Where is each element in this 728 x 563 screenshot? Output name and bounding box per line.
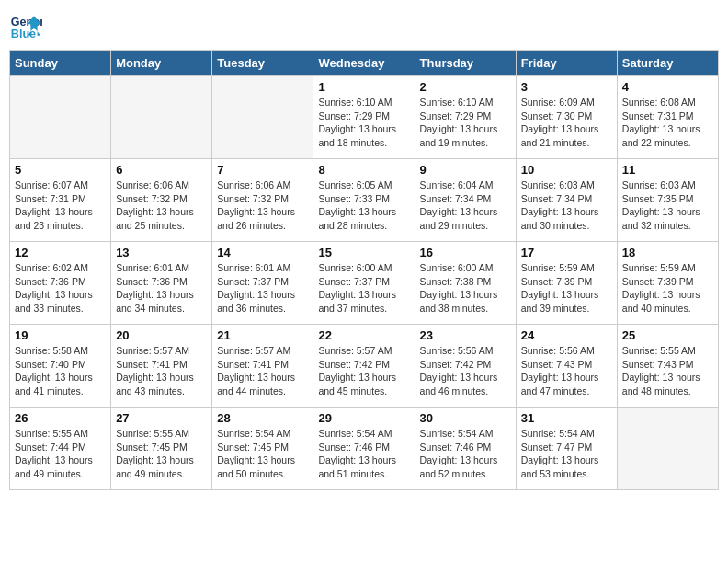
day-info: Sunrise: 5:59 AMSunset: 7:39 PMDaylight:… — [622, 261, 713, 316]
day-info: Sunrise: 6:10 AMSunset: 7:29 PMDaylight:… — [318, 96, 409, 150]
day-info: Sunrise: 6:02 AMSunset: 7:36 PMDaylight:… — [15, 261, 106, 316]
day-info: Sunrise: 5:55 AMSunset: 7:45 PMDaylight:… — [116, 427, 207, 481]
day-number: 25 — [622, 328, 713, 342]
day-info: Sunrise: 6:03 AMSunset: 7:34 PMDaylight:… — [521, 178, 612, 233]
calendar-cell: 12Sunrise: 6:02 AMSunset: 7:36 PMDayligh… — [10, 242, 111, 325]
day-info: Sunrise: 6:04 AMSunset: 7:34 PMDaylight:… — [420, 178, 511, 233]
day-number: 31 — [521, 411, 612, 425]
day-info: Sunrise: 5:55 AMSunset: 7:44 PMDaylight:… — [15, 427, 106, 481]
day-number: 24 — [521, 328, 612, 342]
calendar-cell: 20Sunrise: 5:57 AMSunset: 7:41 PMDayligh… — [111, 325, 212, 408]
day-number: 21 — [217, 328, 308, 342]
day-number: 26 — [15, 411, 106, 425]
calendar-cell: 4Sunrise: 6:08 AMSunset: 7:31 PMDaylight… — [617, 76, 718, 159]
day-number: 16 — [420, 246, 511, 259]
calendar-cell: 7Sunrise: 6:06 AMSunset: 7:32 PMDaylight… — [212, 159, 313, 242]
calendar-cell: 23Sunrise: 5:56 AMSunset: 7:42 PMDayligh… — [415, 325, 516, 408]
day-info: Sunrise: 5:54 AMSunset: 7:45 PMDaylight:… — [217, 427, 308, 481]
calendar-cell: 18Sunrise: 5:59 AMSunset: 7:39 PMDayligh… — [617, 242, 718, 325]
day-number: 22 — [318, 328, 409, 342]
day-info: Sunrise: 5:54 AMSunset: 7:46 PMDaylight:… — [318, 427, 409, 481]
calendar-cell — [212, 76, 313, 159]
day-number: 13 — [116, 246, 207, 259]
day-number: 7 — [217, 163, 308, 177]
day-number: 17 — [521, 246, 612, 259]
day-number: 14 — [217, 246, 308, 259]
page-header: General Blue — [9, 9, 719, 42]
day-info: Sunrise: 6:10 AMSunset: 7:29 PMDaylight:… — [420, 96, 511, 150]
day-info: Sunrise: 5:54 AMSunset: 7:47 PMDaylight:… — [521, 427, 612, 481]
day-info: Sunrise: 5:58 AMSunset: 7:40 PMDaylight:… — [15, 344, 106, 398]
day-number: 2 — [420, 80, 511, 94]
week-row-1: 1Sunrise: 6:10 AMSunset: 7:29 PMDaylight… — [10, 76, 719, 159]
calendar-cell: 17Sunrise: 5:59 AMSunset: 7:39 PMDayligh… — [516, 242, 617, 325]
day-number: 3 — [521, 80, 612, 94]
day-number: 12 — [15, 246, 106, 259]
calendar-cell: 30Sunrise: 5:54 AMSunset: 7:46 PMDayligh… — [415, 408, 516, 490]
calendar-cell: 3Sunrise: 6:09 AMSunset: 7:30 PMDaylight… — [516, 76, 617, 159]
calendar-table: SundayMondayTuesdayWednesdayThursdayFrid… — [9, 50, 719, 490]
day-number: 28 — [217, 411, 308, 425]
day-info: Sunrise: 5:57 AMSunset: 7:42 PMDaylight:… — [318, 344, 409, 398]
weekday-header-sunday: Sunday — [10, 51, 111, 76]
calendar-cell: 19Sunrise: 5:58 AMSunset: 7:40 PMDayligh… — [10, 325, 111, 408]
day-info: Sunrise: 5:59 AMSunset: 7:39 PMDaylight:… — [521, 261, 612, 316]
day-number: 23 — [420, 328, 511, 342]
calendar-cell: 5Sunrise: 6:07 AMSunset: 7:31 PMDaylight… — [10, 159, 111, 242]
day-info: Sunrise: 6:03 AMSunset: 7:35 PMDaylight:… — [622, 178, 713, 233]
day-number: 11 — [622, 163, 713, 177]
day-number: 9 — [420, 163, 511, 177]
calendar-cell: 14Sunrise: 6:01 AMSunset: 7:37 PMDayligh… — [212, 242, 313, 325]
day-info: Sunrise: 6:06 AMSunset: 7:32 PMDaylight:… — [116, 178, 207, 233]
calendar-cell: 24Sunrise: 5:56 AMSunset: 7:43 PMDayligh… — [516, 325, 617, 408]
day-number: 8 — [318, 163, 409, 177]
calendar-cell: 26Sunrise: 5:55 AMSunset: 7:44 PMDayligh… — [10, 408, 111, 490]
day-info: Sunrise: 6:00 AMSunset: 7:37 PMDaylight:… — [318, 261, 409, 316]
logo-icon: General Blue — [9, 9, 42, 42]
day-info: Sunrise: 6:00 AMSunset: 7:38 PMDaylight:… — [420, 261, 511, 316]
week-row-5: 26Sunrise: 5:55 AMSunset: 7:44 PMDayligh… — [10, 408, 719, 490]
day-number: 30 — [420, 411, 511, 425]
day-number: 18 — [622, 246, 713, 259]
week-row-3: 12Sunrise: 6:02 AMSunset: 7:36 PMDayligh… — [10, 242, 719, 325]
calendar-cell: 1Sunrise: 6:10 AMSunset: 7:29 PMDaylight… — [313, 76, 415, 159]
calendar-cell: 13Sunrise: 6:01 AMSunset: 7:36 PMDayligh… — [111, 242, 212, 325]
calendar-cell: 8Sunrise: 6:05 AMSunset: 7:33 PMDaylight… — [313, 159, 415, 242]
day-info: Sunrise: 5:56 AMSunset: 7:42 PMDaylight:… — [420, 344, 511, 398]
day-info: Sunrise: 5:57 AMSunset: 7:41 PMDaylight:… — [217, 344, 308, 398]
day-number: 1 — [318, 80, 409, 94]
calendar-cell: 27Sunrise: 5:55 AMSunset: 7:45 PMDayligh… — [111, 408, 212, 490]
day-info: Sunrise: 6:06 AMSunset: 7:32 PMDaylight:… — [217, 178, 308, 233]
calendar-cell: 16Sunrise: 6:00 AMSunset: 7:38 PMDayligh… — [415, 242, 516, 325]
day-info: Sunrise: 5:54 AMSunset: 7:46 PMDaylight:… — [420, 427, 511, 481]
day-number: 10 — [521, 163, 612, 177]
calendar-cell: 22Sunrise: 5:57 AMSunset: 7:42 PMDayligh… — [313, 325, 415, 408]
weekday-header-wednesday: Wednesday — [313, 51, 415, 76]
day-number: 29 — [318, 411, 409, 425]
calendar-cell — [111, 76, 212, 159]
calendar-cell: 28Sunrise: 5:54 AMSunset: 7:45 PMDayligh… — [212, 408, 313, 490]
calendar-cell: 29Sunrise: 5:54 AMSunset: 7:46 PMDayligh… — [313, 408, 415, 490]
day-info: Sunrise: 5:57 AMSunset: 7:41 PMDaylight:… — [116, 344, 207, 398]
week-row-2: 5Sunrise: 6:07 AMSunset: 7:31 PMDaylight… — [10, 159, 719, 242]
day-number: 4 — [622, 80, 713, 94]
day-number: 5 — [15, 163, 106, 177]
day-number: 6 — [116, 163, 207, 177]
weekday-header-friday: Friday — [516, 51, 617, 76]
day-info: Sunrise: 6:01 AMSunset: 7:37 PMDaylight:… — [217, 261, 308, 316]
calendar-cell — [617, 408, 718, 490]
day-number: 20 — [116, 328, 207, 342]
calendar-cell: 21Sunrise: 5:57 AMSunset: 7:41 PMDayligh… — [212, 325, 313, 408]
day-info: Sunrise: 6:09 AMSunset: 7:30 PMDaylight:… — [521, 96, 612, 150]
day-info: Sunrise: 6:05 AMSunset: 7:33 PMDaylight:… — [318, 178, 409, 233]
calendar-cell: 11Sunrise: 6:03 AMSunset: 7:35 PMDayligh… — [617, 159, 718, 242]
calendar-cell — [10, 76, 111, 159]
day-number: 27 — [116, 411, 207, 425]
calendar-cell: 6Sunrise: 6:06 AMSunset: 7:32 PMDaylight… — [111, 159, 212, 242]
weekday-header-monday: Monday — [111, 51, 212, 76]
day-info: Sunrise: 6:07 AMSunset: 7:31 PMDaylight:… — [15, 178, 106, 233]
day-number: 19 — [15, 328, 106, 342]
day-info: Sunrise: 5:55 AMSunset: 7:43 PMDaylight:… — [622, 344, 713, 398]
calendar-cell: 9Sunrise: 6:04 AMSunset: 7:34 PMDaylight… — [415, 159, 516, 242]
logo: General Blue — [9, 9, 42, 42]
